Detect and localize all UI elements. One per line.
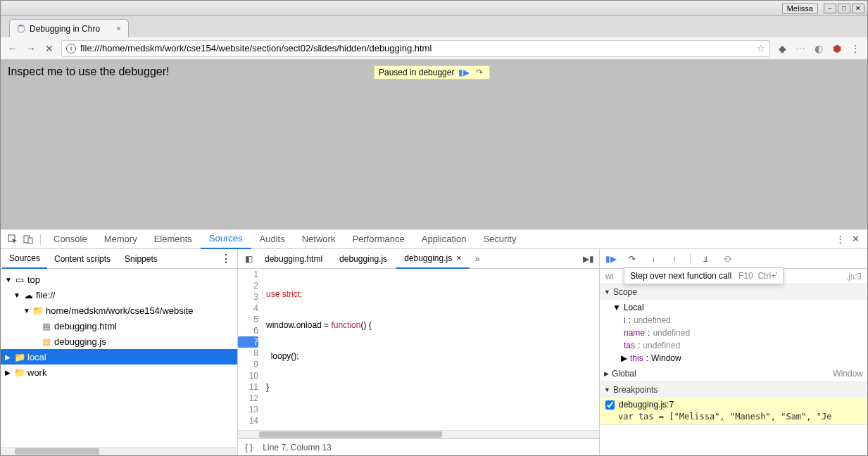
step-over-icon[interactable]: ↷ xyxy=(474,68,485,77)
frame-icon: ▭ xyxy=(15,274,25,284)
editor-tabs: ◧ debugging.html debugging.js debugging.… xyxy=(238,249,599,269)
line-gutter[interactable]: 1234567891011121314 xyxy=(238,269,263,430)
sources-navigator: Sources Content scripts Snippets ⋮ ▼▭top… xyxy=(1,249,238,455)
extension-icon[interactable]: ◆ xyxy=(776,42,788,55)
code-content[interactable]: use strict; window.onload = function() {… xyxy=(263,269,599,430)
breakpoint-checkbox[interactable] xyxy=(605,400,615,410)
js-file-icon: ▦ xyxy=(42,336,51,346)
folder-icon: 📁 xyxy=(33,305,43,315)
tree-top[interactable]: ▼▭top xyxy=(1,272,237,287)
tooltip: Step over next function call F10 Ctrl+' xyxy=(624,267,784,284)
devtools: Console Memory Elements Sources Audits N… xyxy=(1,229,867,455)
tab-close-icon[interactable]: × xyxy=(116,24,121,34)
toggle-debugger-icon[interactable]: ▶▮ xyxy=(581,254,596,264)
cursor-position: Line 7, Column 13 xyxy=(263,443,331,452)
browser-tab-strip: Debugging in Chro × xyxy=(1,16,867,37)
code-editor[interactable]: 1234567891011121314 use strict; window.o… xyxy=(238,269,599,430)
tree-file-js[interactable]: ▦debugging.js xyxy=(1,334,237,349)
svg-rect-2 xyxy=(28,238,32,243)
deactivate-breakpoints-button[interactable]: ⫫ xyxy=(700,253,712,265)
ublock-icon[interactable]: ⬢ xyxy=(831,42,843,55)
scope-global[interactable]: ▶GlobalWindow xyxy=(600,366,867,381)
separator xyxy=(40,234,41,245)
tree-work[interactable]: ▶📁work xyxy=(1,365,237,380)
tab-memory[interactable]: Memory xyxy=(96,229,146,249)
tab-performance[interactable]: Performance xyxy=(344,229,413,249)
extension-icon[interactable]: ◐ xyxy=(812,42,825,55)
paused-banner: Paused in debugger ▮▶ ↷ xyxy=(374,65,490,80)
file-tab[interactable]: debugging.html xyxy=(256,249,331,269)
nav-tab-snippets[interactable]: Snippets xyxy=(118,249,165,269)
pause-on-exceptions-button[interactable]: ⦵ xyxy=(722,253,733,265)
tab-network[interactable]: Network xyxy=(294,229,344,249)
editor-scrollbar[interactable] xyxy=(238,430,599,438)
separator xyxy=(690,253,691,265)
page-content: Inspect me to use the debugger! Paused i… xyxy=(1,60,867,229)
scope-header[interactable]: ▼Scope xyxy=(600,284,867,300)
breakpoints-header[interactable]: ▼Breakpoints xyxy=(600,382,867,398)
breakpoint-snippet: var tas = ["Melissa", "Manesh", "Sam", "… xyxy=(600,412,867,424)
tab-application[interactable]: Application xyxy=(413,229,475,249)
browser-tab[interactable]: Debugging in Chro × xyxy=(9,19,129,37)
devtools-menu-icon[interactable]: ⋮ xyxy=(832,234,848,244)
step-out-button[interactable]: ↑ xyxy=(669,253,680,265)
os-user-badge: Melissa xyxy=(782,3,818,14)
page-text: Inspect me to use the debugger! xyxy=(8,65,169,77)
resume-button[interactable]: ▮▶ xyxy=(605,253,617,265)
scope-local[interactable]: ▼Local xyxy=(612,301,867,314)
file-tab-close-icon[interactable]: × xyxy=(456,253,461,263)
tab-security[interactable]: Security xyxy=(474,229,524,249)
folder-icon: 📁 xyxy=(15,352,25,362)
nav-tab-content-scripts[interactable]: Content scripts xyxy=(47,249,118,269)
extension-icons: ◆ ⋯ ◐ ⬢ ⋮ xyxy=(776,42,862,55)
back-button[interactable]: ← xyxy=(6,42,19,55)
breakpoints-panel: ▼Breakpoints debugging.js:7 var tas = ["… xyxy=(600,382,867,425)
toggle-navigator-icon[interactable]: ◧ xyxy=(241,254,256,264)
tab-sources[interactable]: Sources xyxy=(201,229,251,249)
close-window-button[interactable]: ✕ xyxy=(852,4,864,13)
tree-scrollbar[interactable] xyxy=(1,447,237,455)
url-text: file:///home/medskm/work/cse154/website/… xyxy=(80,43,432,53)
device-toggle-icon[interactable] xyxy=(20,234,36,244)
nav-tab-sources[interactable]: Sources xyxy=(2,249,47,269)
minimize-button[interactable]: – xyxy=(824,4,836,13)
nav-more-icon[interactable]: ⋮ xyxy=(215,252,237,265)
address-bar[interactable]: i file:///home/medskm/work/cse154/websit… xyxy=(61,40,770,57)
tooltip-text: Step over next function call xyxy=(630,271,731,281)
tree-local[interactable]: ▶📁local xyxy=(1,349,237,365)
tab-console[interactable]: Console xyxy=(45,229,96,249)
scope-this[interactable]: ▶this: Window xyxy=(612,352,867,365)
folder-icon: 📁 xyxy=(15,367,25,377)
tree-file-html[interactable]: ▦debugging.html xyxy=(1,318,237,334)
bookmark-star-icon[interactable]: ☆ xyxy=(757,43,765,53)
tooltip-shortcut: F10 Ctrl+' xyxy=(738,271,777,281)
file-tab[interactable]: debugging.js xyxy=(331,249,396,269)
tab-elements[interactable]: Elements xyxy=(146,229,201,249)
scope-panel: ▼Scope ▼Local i: undefined name: undefin… xyxy=(600,284,867,382)
editor-status-bar: { } Line 7, Column 13 xyxy=(238,438,599,455)
stop-reload-button[interactable]: ✕ xyxy=(43,42,56,55)
inspect-element-icon[interactable] xyxy=(5,234,20,244)
maximize-button[interactable]: □ xyxy=(838,4,850,13)
step-into-button[interactable]: ↓ xyxy=(648,253,659,265)
site-info-icon[interactable]: i xyxy=(66,44,76,53)
format-icon[interactable]: { } xyxy=(245,443,253,452)
debugger-toolbar: ▮▶ ↷ ↓ ↑ ⫫ ⦵ xyxy=(600,249,867,269)
more-tabs-icon[interactable]: » xyxy=(470,254,485,264)
navigator-tabs: Sources Content scripts Snippets ⋮ xyxy=(1,249,237,269)
resume-icon[interactable]: ▮▶ xyxy=(458,68,470,77)
file-icon: ▦ xyxy=(42,321,51,331)
chrome-menu-icon[interactable]: ⋮ xyxy=(849,42,862,55)
file-tree[interactable]: ▼▭top ▼☁file:// ▼📁home/medskm/work/cse15… xyxy=(1,269,237,447)
devtools-close-icon[interactable]: ✕ xyxy=(848,234,863,244)
forward-button[interactable]: → xyxy=(25,42,37,55)
step-over-button[interactable]: ↷ xyxy=(627,253,638,265)
tree-scheme[interactable]: ▼☁file:// xyxy=(1,287,237,303)
breakpoint-item[interactable]: debugging.js:7 xyxy=(600,398,867,412)
file-tab-active[interactable]: debugging.js× xyxy=(396,249,470,269)
tab-audits[interactable]: Audits xyxy=(251,229,294,249)
devtools-body: Sources Content scripts Snippets ⋮ ▼▭top… xyxy=(1,249,867,455)
tree-folder[interactable]: ▼📁home/medskm/work/cse154/website xyxy=(1,303,237,318)
breakpoint-marker: 7 xyxy=(238,336,258,348)
extension-icon[interactable]: ⋯ xyxy=(794,42,807,55)
